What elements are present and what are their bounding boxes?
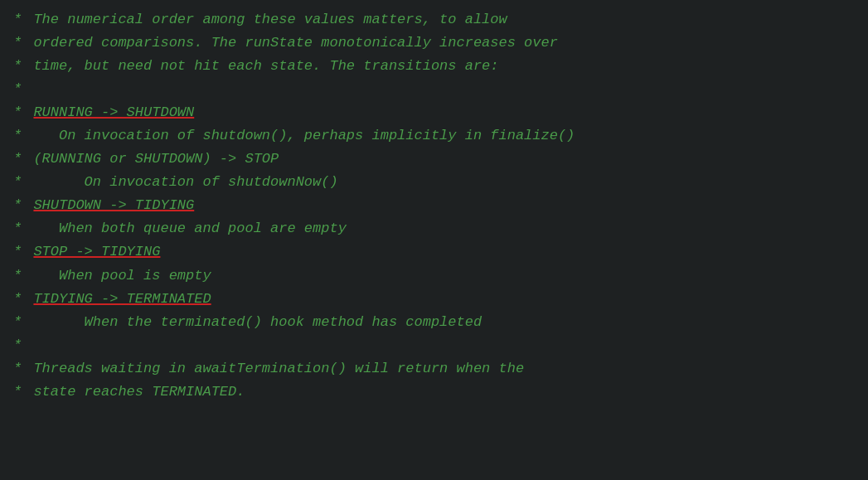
line-text: ordered comparisons. The runState monoto…: [33, 32, 558, 55]
line-prefix: *: [13, 217, 30, 240]
code-line: * SHUTDOWN -> TIDYING: [13, 194, 855, 217]
code-line: * TIDYING -> TERMINATED: [13, 288, 855, 311]
line-prefix: *: [13, 32, 30, 55]
code-line: * The numerical order among these values…: [13, 8, 855, 32]
line-prefix: *: [13, 171, 30, 194]
line-prefix: *: [13, 311, 30, 334]
line-prefix: *: [13, 264, 30, 288]
line-text: The numerical order among these values m…: [33, 8, 507, 32]
code-line: * ordered comparisons. The runState mono…: [13, 32, 855, 55]
line-text: time, but need not hit each state. The t…: [33, 55, 498, 78]
line-text: When pool is empty: [33, 264, 211, 288]
line-text: state reaches TERMINATED.: [33, 381, 245, 404]
line-prefix: *: [13, 101, 30, 124]
line-text: RUNNING -> SHUTDOWN: [33, 101, 194, 124]
line-text: On invocation of shutdown(), perhaps imp…: [33, 124, 575, 148]
line-prefix: *: [13, 78, 22, 101]
line-prefix: *: [13, 288, 30, 311]
line-text: When the terminated() hook method has co…: [33, 311, 482, 334]
line-prefix: *: [13, 194, 30, 217]
line-text: On invocation of shutdownNow(): [33, 171, 337, 194]
line-prefix: *: [13, 334, 22, 357]
line-text: SHUTDOWN -> TIDYING: [33, 194, 194, 217]
code-line: * When both queue and pool are empty: [13, 217, 855, 240]
line-prefix: *: [13, 381, 30, 404]
line-prefix: *: [13, 124, 30, 148]
code-line: * On invocation of shutdownNow(): [13, 171, 855, 194]
line-prefix: *: [13, 8, 30, 32]
code-line: * Threads waiting in awaitTermination() …: [13, 357, 855, 381]
line-text: (RUNNING or SHUTDOWN) -> STOP: [33, 148, 279, 171]
line-text: Threads waiting in awaitTermination() wi…: [33, 357, 524, 381]
line-prefix: *: [13, 148, 30, 171]
code-line: * state reaches TERMINATED.: [13, 381, 855, 404]
line-prefix: *: [13, 357, 30, 381]
code-line: * On invocation of shutdown(), perhaps i…: [13, 124, 855, 148]
line-text: When both queue and pool are empty: [33, 217, 346, 240]
code-line: * RUNNING -> SHUTDOWN: [13, 101, 855, 124]
code-line: *: [13, 334, 855, 357]
line-text: STOP -> TIDYING: [33, 240, 160, 264]
line-text: TIDYING -> TERMINATED: [33, 288, 211, 311]
code-line: * (RUNNING or SHUTDOWN) -> STOP: [13, 148, 855, 171]
code-line: * STOP -> TIDYING: [13, 240, 855, 264]
line-prefix: *: [13, 55, 30, 78]
code-line: * time, but need not hit each state. The…: [13, 55, 855, 78]
line-prefix: *: [13, 240, 30, 264]
code-block: * The numerical order among these values…: [0, 0, 868, 480]
code-line: * When the terminated() hook method has …: [13, 311, 855, 334]
code-line: * When pool is empty: [13, 264, 855, 288]
code-line: *: [13, 78, 855, 101]
